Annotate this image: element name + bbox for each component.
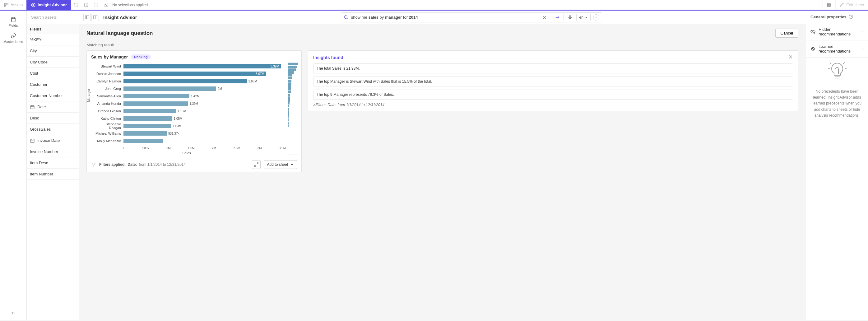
selection-tool-icon[interactable] <box>81 0 91 10</box>
info-icon <box>594 15 598 19</box>
bar-row[interactable]: Carolyn Halmon2.66M <box>94 77 286 85</box>
bar-row[interactable]: John Greg2M <box>94 85 286 92</box>
field-label: %KEY <box>30 37 42 42</box>
svg-rect-18 <box>30 105 34 109</box>
close-insights-button[interactable] <box>788 55 793 60</box>
insights-filters-note: >Filters: Date: from 1/1/2014 to 12/31/2… <box>313 103 793 107</box>
insights-heading: Insights found <box>313 55 343 60</box>
fields-list: %KEYCityCity CodeCostCustomerCustomer Nu… <box>27 34 79 320</box>
properties-row[interactable]: Hidden recommendations› <box>806 23 868 40</box>
grid-view-button[interactable] <box>823 0 835 10</box>
help-icon[interactable] <box>848 14 854 19</box>
bar-row[interactable]: Amanda Honda1.39M <box>94 100 286 107</box>
bar-row[interactable]: Molly McKenzie <box>94 137 286 145</box>
edit-sheet-label: Edit sheet <box>846 2 864 7</box>
bar-row[interactable]: Kathy Clinton1.05M <box>94 115 286 122</box>
chart-badge: Ranking <box>131 55 151 59</box>
svg-point-30 <box>344 15 347 18</box>
panel-toggle-group <box>83 14 99 21</box>
clear-query-button[interactable] <box>541 14 548 21</box>
svg-rect-28 <box>93 15 97 19</box>
bar-category: Brenda Gibson <box>94 109 123 113</box>
bar-value: 931.37k <box>168 132 181 135</box>
clear-selections-icon[interactable] <box>101 0 111 10</box>
assets-button[interactable]: Assets <box>0 0 26 10</box>
rail-fields[interactable]: Fields <box>9 17 18 27</box>
filter-icon <box>91 162 96 167</box>
properties-row-label: Hidden recommendations <box>818 27 859 36</box>
field-item[interactable]: GrossSales <box>27 124 79 135</box>
field-item[interactable]: Item Desc <box>27 157 79 169</box>
svg-rect-12 <box>830 3 831 4</box>
svg-rect-13 <box>828 5 829 6</box>
svg-rect-22 <box>30 139 34 142</box>
bar-category: Stephanie Reagan <box>94 122 123 130</box>
svg-rect-11 <box>828 3 829 4</box>
bar-row[interactable]: Brenda Gibson1.13M <box>94 107 286 115</box>
field-label: Customer Number <box>30 93 63 98</box>
field-item[interactable]: Item Number <box>27 169 79 180</box>
svg-marker-39 <box>92 163 95 166</box>
bar-row[interactable]: Dennis Johnson3.07M <box>94 70 286 77</box>
bar-category: Dennis Johnson <box>94 72 123 75</box>
rail-master-items[interactable]: Master items <box>3 33 23 43</box>
bar-value: 1.42M <box>191 95 201 98</box>
svg-line-31 <box>347 18 348 19</box>
cancel-button[interactable]: Cancel <box>775 29 798 38</box>
field-label: Invoice Date <box>37 138 60 143</box>
properties-row[interactable]: Learned recommendations› <box>806 40 868 58</box>
voice-input-button[interactable] <box>566 14 574 21</box>
svg-line-53 <box>843 63 845 64</box>
chart-area[interactable]: Manager Stewart Wind3.39MDennis Johnson3… <box>87 63 286 155</box>
add-to-sheet-button[interactable]: Add to sheet <box>264 160 297 169</box>
svg-rect-8 <box>95 3 98 6</box>
advisor-title: Insight Advisor <box>103 14 137 20</box>
chart-minimap[interactable] <box>288 63 298 155</box>
smart-search-icon[interactable] <box>71 0 81 10</box>
field-item[interactable]: Customer Number <box>27 90 79 101</box>
field-item[interactable]: Invoice Number <box>27 146 79 157</box>
query-searchbox[interactable]: show me sales by manager for 2014 en <box>341 12 602 22</box>
link-icon <box>10 33 16 39</box>
chevron-down-icon <box>290 163 293 166</box>
toggle-right-panel[interactable] <box>91 14 99 21</box>
field-item[interactable]: City Code <box>27 57 79 68</box>
bar-category: Amanda Honda <box>94 102 123 105</box>
properties-row-label: Learned recommendations <box>818 44 859 54</box>
bar-category: Molly McKenzie <box>94 139 123 143</box>
field-item[interactable]: Cost <box>27 68 79 79</box>
field-item[interactable]: Date <box>27 101 79 113</box>
field-label: Date <box>37 104 46 109</box>
bar-row[interactable]: Micheal Williams931.37k <box>94 130 286 137</box>
bar-category: Micheal Williams <box>94 132 123 135</box>
help-button[interactable] <box>593 14 599 21</box>
calendar-icon <box>30 104 35 109</box>
toggle-left-panel[interactable] <box>83 14 91 21</box>
insight-advisor-tab[interactable]: Insight Advisor <box>26 0 71 10</box>
collapse-rail-button[interactable] <box>11 311 16 316</box>
nlq-header-row: Natural language question Cancel <box>87 29 798 38</box>
bar-row[interactable]: Stewart Wind3.39M <box>94 63 286 70</box>
sidebar-section-fields: Fields <box>27 24 79 34</box>
check-circle-icon <box>810 46 815 51</box>
language-selector[interactable]: en <box>579 15 587 20</box>
no-selections-text: No selections applied <box>112 3 148 7</box>
bar-category: Stewart Wind <box>94 64 123 68</box>
submit-query-button[interactable] <box>554 14 561 21</box>
bar-row[interactable]: Stephanie Reagan1.03M <box>94 122 286 130</box>
svg-rect-26 <box>85 15 89 19</box>
search-assets-input[interactable] <box>30 13 75 22</box>
field-item[interactable]: %KEY <box>27 34 79 45</box>
field-item[interactable]: Invoice Date <box>27 135 79 146</box>
field-item[interactable]: Customer <box>27 79 79 90</box>
calendar-icon <box>30 138 35 143</box>
close-icon <box>542 15 547 20</box>
expand-chart-button[interactable] <box>252 160 260 169</box>
field-item[interactable]: City <box>27 45 79 57</box>
field-label: GrossSales <box>30 127 51 132</box>
field-item[interactable]: Desc <box>27 113 79 124</box>
svg-point-15 <box>11 18 15 19</box>
svg-rect-2 <box>4 5 6 7</box>
insight-icon <box>31 2 36 7</box>
bar-row[interactable]: Samantha Allen1.42M <box>94 92 286 100</box>
